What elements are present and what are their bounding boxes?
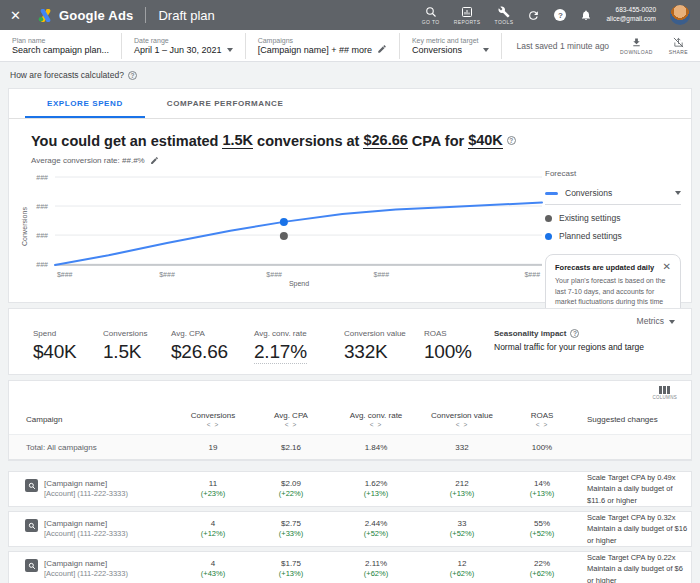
column-header-conversion-value[interactable]: Conversion value [419, 411, 505, 428]
info-icon[interactable]: ? [507, 136, 516, 145]
plan-settings-bar: Plan name Search campaign plan... Date r… [0, 30, 700, 62]
total-conversions: 19 [177, 443, 249, 452]
forecast-headline: You could get an estimated 1.5K conversi… [31, 132, 691, 149]
cell-roas: 55% [534, 519, 550, 528]
google-ads-logo-icon [38, 9, 53, 22]
metric-label: Avg. conv. rate [254, 329, 344, 338]
metric-label: Conversion value [344, 329, 424, 338]
metric-label: Conversions [103, 329, 171, 338]
close-icon[interactable]: ✕ [10, 8, 28, 23]
column-header-roas[interactable]: ROAS [505, 411, 579, 428]
svg-text:###: ### [36, 203, 48, 210]
cell-roas-delta: (+62%) [505, 569, 579, 580]
page-title: Draft plan [158, 8, 214, 23]
share-button[interactable]: SHARE [669, 37, 688, 55]
column-header-avg-cpa[interactable]: Avg. CPA [249, 411, 333, 428]
campaign-table-card: COLUMNS Campaign Conversions Avg. CPA Av… [8, 380, 692, 461]
note-title: Forecasts are updated daily [555, 263, 654, 272]
key-metric-field[interactable]: Key metric and target Conversions [400, 37, 502, 55]
tab-explore-spend[interactable]: EXPLORE SPEND [25, 89, 145, 118]
total-conversion-value: 332 [419, 443, 505, 452]
info-icon[interactable]: ? [570, 329, 579, 338]
legend-planned-label: Planned settings [559, 231, 622, 241]
column-header-campaign: Campaign [9, 415, 177, 424]
metric-label: Spend [33, 329, 103, 338]
refresh-icon [527, 9, 540, 22]
headline-conversions-value: 1.5K [222, 132, 253, 149]
cell-conversion-value-delta: (+52%) [419, 529, 505, 540]
suggested-change: Maintain a daily budget of $6 or higher [587, 563, 691, 583]
chevron-down-icon [675, 191, 681, 195]
suggested-change: Maintain a daily budget of $11.6 or high… [587, 483, 691, 506]
reports-button[interactable]: REPORTS [454, 6, 481, 25]
plan-name-value: Search campaign plan... [12, 45, 109, 55]
tools-icon [498, 6, 510, 18]
cell-avg-cpa-delta: (+33%) [249, 529, 333, 540]
column-header-label: Conversion value [431, 411, 493, 420]
column-header-conversions[interactable]: Conversions [177, 411, 249, 428]
edit-pencil-icon[interactable] [377, 44, 387, 54]
tab-compare-performance-label: COMPARE PERFORMANCE [167, 99, 284, 108]
goto-button[interactable]: GO TO [422, 6, 440, 25]
metric-avg-cpa: Avg. CPA $26.66 [171, 329, 254, 364]
chevron-down-icon [227, 48, 233, 52]
legend-metric-select[interactable]: Conversions [545, 188, 681, 205]
metrics-dropdown[interactable]: Metrics [637, 316, 675, 326]
cell-avg-conv-rate: 1.62% [365, 479, 388, 488]
date-range-label: Date range [134, 37, 222, 44]
legend-existing-label: Existing settings [559, 213, 620, 223]
cell-conversion-value-delta: (+62%) [419, 569, 505, 580]
table-row[interactable]: [Campaign name] [Account] (111-222-3333)… [8, 551, 692, 583]
brand-name: Google Ads [59, 8, 133, 23]
account-email: alice@gmail.com [606, 15, 656, 24]
plan-name-label: Plan name [12, 37, 109, 44]
avatar[interactable] [670, 5, 690, 25]
campaigns-label: Campaigns [258, 37, 372, 44]
tab-compare-performance[interactable]: COMPARE PERFORMANCE [145, 89, 306, 118]
sort-icon [177, 421, 249, 428]
plan-name-field[interactable]: Plan name Search campaign plan... [12, 37, 121, 55]
cell-avg-conv-rate-delta: (+62%) [333, 569, 419, 580]
column-header-avg-conv-rate[interactable]: Avg. conv. rate [333, 411, 419, 428]
cell-roas-delta: (+52%) [505, 529, 579, 540]
close-icon[interactable]: ✕ [663, 263, 671, 271]
svg-text:###: ### [36, 232, 48, 239]
campaign-name: [Campaign name] [44, 518, 128, 529]
cell-avg-cpa: $2.75 [281, 519, 301, 528]
tab-explore-spend-label: EXPLORE SPEND [47, 99, 123, 108]
edit-pencil-icon[interactable] [150, 156, 159, 165]
columns-button[interactable]: COLUMNS [652, 386, 677, 400]
table-row[interactable]: [Campaign name] [Account] (111-222-3333)… [8, 511, 692, 547]
app-bar: ✕ Google Ads Draft plan GO TO REPORTS TO… [0, 0, 700, 30]
headline-text: CPA for [412, 133, 464, 149]
goto-label: GO TO [422, 19, 440, 25]
key-metric-value: Conversions [412, 45, 479, 55]
help-button[interactable]: ? [554, 9, 566, 21]
refresh-button[interactable] [527, 9, 540, 22]
metric-value: 332K [344, 341, 424, 363]
search-campaign-icon [25, 559, 38, 572]
svg-text:###: ### [36, 261, 48, 268]
svg-text:$###: $### [524, 271, 540, 278]
total-label: Total: All campaigns [9, 443, 177, 452]
metrics-summary-card: Metrics Spend $40K Conversions 1.5K Avg.… [8, 308, 692, 375]
date-range-field[interactable]: Date range April 1 – Jun 30, 2021 [122, 37, 245, 55]
total-avg-conv-rate: 1.84% [333, 443, 419, 452]
headline-text: You could get an estimated [31, 133, 218, 149]
metric-roas: ROAS 100% [424, 329, 494, 364]
columns-label: COLUMNS [652, 395, 677, 400]
chart-x-axis-label: Spend [189, 280, 409, 287]
campaigns-field[interactable]: Campaigns [Campaign name] + ## more [246, 37, 399, 55]
help-icon: ? [554, 9, 566, 21]
cell-roas-delta: (+13%) [505, 489, 579, 500]
suggested-change: Scale Target CPA by 0.22x [587, 552, 691, 563]
cell-conversions: 4 [211, 559, 215, 568]
total-avg-cpa: $2.16 [249, 443, 333, 452]
how-forecasts-calculated-link[interactable]: How are forecasts calculated? ? [10, 70, 137, 80]
chart-plot-area: ############$###$###$###$###$### [21, 169, 566, 281]
tools-button[interactable]: TOOLS [495, 6, 514, 25]
notifications-button[interactable] [580, 9, 592, 21]
table-row[interactable]: [Campaign name] [Account] (111-222-3333)… [8, 471, 692, 507]
download-button[interactable]: DOWNLOAD [620, 37, 653, 55]
account-name: [Account] (111-222-3333) [44, 529, 128, 540]
